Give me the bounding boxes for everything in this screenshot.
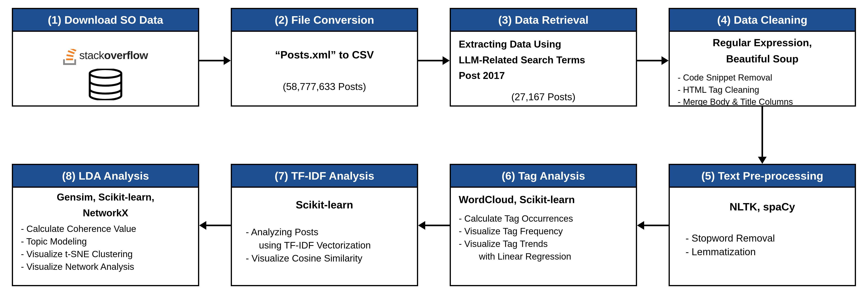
brand-overflow: overflow xyxy=(104,49,148,61)
step-7-body: Scikit-learn - Analyzing Posts using TF-… xyxy=(232,188,417,271)
step-4-body: Regular Expression, Beautiful Soup - Cod… xyxy=(670,32,855,114)
step-1-title: (1) Download SO Data xyxy=(13,9,198,32)
step-3-body: Extracting Data Using LLM-Related Search… xyxy=(451,32,636,110)
step-7-item-2: - Visualize Cosine Similarity xyxy=(246,252,409,265)
step-3-title: (3) Data Retrieval xyxy=(451,9,636,32)
step-3-count: (27,167 Posts) xyxy=(459,90,628,104)
arrow-5-to-6 xyxy=(637,221,669,230)
brand-stack: stack xyxy=(79,49,104,61)
arrow-7-to-8 xyxy=(199,221,231,230)
step-6-item-2: - Visualize Tag Frequency xyxy=(459,225,628,237)
step-4-title: (4) Data Cleaning xyxy=(670,9,855,32)
arrow-6-to-7 xyxy=(418,221,450,230)
step-3-main-l1: Extracting Data Using xyxy=(459,38,628,51)
step-5-item-2: - Lemmatization xyxy=(686,245,847,259)
step-4-main-l1: Regular Expression, xyxy=(678,36,847,50)
step-8-main-l2: NetworkX xyxy=(21,207,190,220)
stackoverflow-icon xyxy=(63,49,77,63)
step-1-download-so-data: (1) Download SO Data stackoverflow xyxy=(12,8,199,107)
step-5-body: NLTK, spaCy - Stopword Removal - Lemmati… xyxy=(670,188,855,265)
arrow-2-to-3 xyxy=(418,56,450,65)
step-6-item-1: - Calculate Tag Occurrences xyxy=(459,212,628,224)
step-5-main: NLTK, spaCy xyxy=(678,200,847,214)
database-icon xyxy=(86,69,125,100)
arrow-3-to-4 xyxy=(637,56,669,65)
step-5-text-preprocessing: (5) Text Pre-processing NLTK, spaCy - St… xyxy=(669,164,856,286)
arrow-1-to-2 xyxy=(199,56,231,65)
step-2-count: (58,777,633 Posts) xyxy=(240,80,409,94)
step-6-main: WordCloud, Scikit-learn xyxy=(459,193,628,207)
step-4-main-l2: Beautiful Soup xyxy=(678,52,847,66)
step-6-tag-analysis: (6) Tag Analysis WordCloud, Scikit-learn… xyxy=(450,164,637,286)
step-7-tfidf-analysis: (7) TF-IDF Analysis Scikit-learn - Analy… xyxy=(231,164,418,286)
step-3-main-l2: LLM-Related Search Terms xyxy=(459,54,628,67)
step-7-item-1: - Analyzing Posts xyxy=(246,226,409,239)
step-7-main: Scikit-learn xyxy=(240,198,409,212)
step-2-file-conversion: (2) File Conversion “Posts.xml” to CSV (… xyxy=(231,8,418,107)
arrow-4-to-5 xyxy=(758,107,767,164)
step-7-item-1b: using TF-IDF Vectorization xyxy=(246,239,409,252)
step-2-main: “Posts.xml” to CSV xyxy=(240,48,409,62)
step-8-main-l1: Gensim, Scikit-learn, xyxy=(21,191,190,204)
step-2-body: “Posts.xml” to CSV (58,777,633 Posts) xyxy=(232,32,417,99)
step-1-body: stackoverflow xyxy=(13,32,198,116)
step-5-item-1: - Stopword Removal xyxy=(686,232,847,245)
step-8-item-3: - Visualize t-SNE Clustering xyxy=(21,248,190,260)
stackoverflow-logo: stackoverflow xyxy=(63,48,148,63)
stackoverflow-wordmark: stackoverflow xyxy=(79,48,148,63)
step-2-title: (2) File Conversion xyxy=(232,9,417,32)
step-6-item-3: - Visualize Tag Trends xyxy=(459,238,628,250)
step-3-data-retrieval: (3) Data Retrieval Extracting Data Using… xyxy=(450,8,637,107)
step-8-item-4: - Visualize Network Analysis xyxy=(21,261,190,273)
step-4-item-2: - HTML Tag Cleaning xyxy=(678,84,847,95)
step-6-title: (6) Tag Analysis xyxy=(451,165,636,188)
step-8-item-2: - Topic Modeling xyxy=(21,235,190,247)
step-7-title: (7) TF-IDF Analysis xyxy=(232,165,417,188)
diagram-canvas: (1) Download SO Data stackoverflow xyxy=(0,0,868,301)
step-8-item-1: - Calculate Coherence Value xyxy=(21,223,190,235)
step-8-body: Gensim, Scikit-learn, NetworkX - Calcula… xyxy=(13,188,198,279)
step-3-main-l3: Post 2017 xyxy=(459,69,628,83)
step-8-lda-analysis: (8) LDA Analysis Gensim, Scikit-learn, N… xyxy=(12,164,199,286)
step-6-body: WordCloud, Scikit-learn - Calculate Tag … xyxy=(451,188,636,269)
step-6-item-3b: with Linear Regression xyxy=(459,250,628,263)
step-5-title: (5) Text Pre-processing xyxy=(670,165,855,188)
step-8-title: (8) LDA Analysis xyxy=(13,165,198,188)
step-4-item-3: - Merge Body & Title Columns xyxy=(678,96,847,108)
step-4-item-1: - Code Snippet Removal xyxy=(678,72,847,83)
step-4-data-cleaning: (4) Data Cleaning Regular Expression, Be… xyxy=(669,8,856,107)
svg-point-0 xyxy=(90,69,121,78)
